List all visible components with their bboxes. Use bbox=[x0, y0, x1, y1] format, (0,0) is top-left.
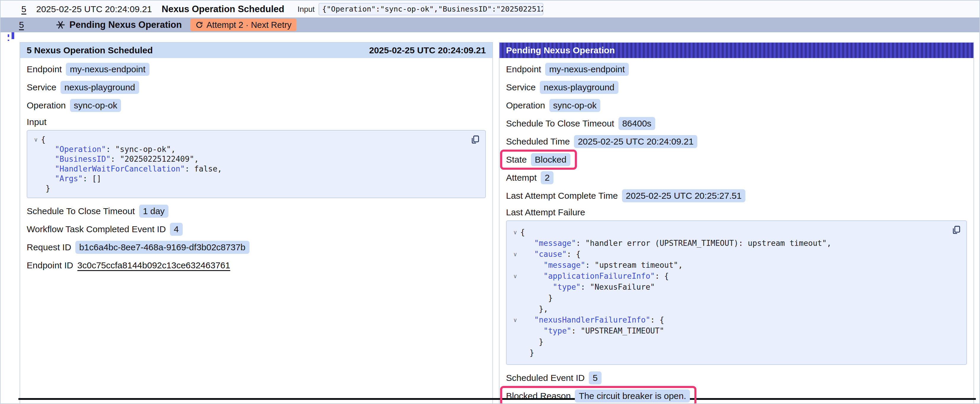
code-line-text: "BusinessID": "20250225122409", bbox=[41, 154, 199, 164]
field-label: Schedule To Close Timeout bbox=[506, 119, 614, 128]
code-gutter bbox=[510, 304, 520, 315]
blocked-reason-highlight-annotation: Blocked Reason The circuit breaker is op… bbox=[500, 386, 697, 404]
field-label: State bbox=[506, 155, 527, 165]
code-line-text: "message": "handler error (UPSTREAM_TIME… bbox=[520, 238, 831, 249]
code-line-text: "applicationFailureInfo": { bbox=[520, 271, 669, 282]
field-request-id: Request ID b1c6a4bc-8ee7-468a-9169-df3b0… bbox=[27, 241, 486, 254]
field-label: Endpoint ID bbox=[27, 260, 73, 271]
field-value-pill: 2025-02-25 UTC 20:25:27.51 bbox=[622, 189, 745, 202]
code-line-text: "HandlerWaitForCancellation": false, bbox=[41, 164, 222, 174]
endpoint-id-link[interactable]: 3c0c75ccfa8144b092c13ce632463761 bbox=[77, 260, 230, 271]
code-gutter bbox=[31, 184, 41, 193]
field-label: Operation bbox=[506, 100, 545, 111]
field-value-pill: 2 bbox=[541, 171, 554, 184]
code-line-text: { bbox=[520, 227, 525, 238]
collapse-toggle-icon[interactable]: ∨ bbox=[510, 271, 520, 282]
field-schedule-to-close-timeout: Schedule To Close Timeout 86400s bbox=[506, 117, 967, 130]
field-attempt: Attempt 2 bbox=[506, 171, 967, 184]
retry-attempt-badge: Attempt 2 · Next Retry bbox=[191, 19, 296, 31]
retry-icon bbox=[195, 21, 204, 29]
last-attempt-failure-label: Last Attempt Failure bbox=[506, 208, 967, 217]
copy-icon[interactable] bbox=[470, 134, 480, 146]
right-panel-header-striped: Pending Nexus Operation bbox=[500, 43, 974, 58]
field-operation: Operation sync-op-ok bbox=[27, 99, 486, 112]
code-line-text: "Operation": "sync-op-ok", bbox=[41, 144, 176, 154]
event-title: Pending Nexus Operation bbox=[69, 19, 182, 30]
event-title: Nexus Operation Scheduled bbox=[162, 4, 284, 14]
code-line-text: } bbox=[520, 293, 553, 304]
retry-badge-label: Attempt 2 · Next Retry bbox=[207, 20, 291, 30]
field-value-pill: nexus-playground bbox=[540, 81, 619, 94]
field-label: Scheduled Event ID bbox=[506, 373, 585, 383]
state-highlight-annotation: State Blocked bbox=[500, 150, 577, 170]
field-label: Attempt bbox=[506, 173, 536, 183]
code-gutter bbox=[510, 347, 520, 358]
field-endpoint: Endpoint my-nexus-endpoint bbox=[506, 63, 967, 76]
state-value-pill: Blocked bbox=[531, 153, 570, 166]
code-gutter bbox=[510, 293, 520, 304]
left-panel-timestamp: 2025-02-25 UTC 20:24:09.21 bbox=[369, 45, 486, 55]
field-label: Service bbox=[27, 82, 56, 92]
code-line-text: { bbox=[41, 135, 46, 144]
field-value-pill: 86400s bbox=[619, 117, 655, 130]
code-gutter bbox=[31, 174, 41, 184]
code-line-text: } bbox=[520, 347, 534, 358]
copy-icon[interactable] bbox=[951, 225, 962, 236]
temporal-event-history-view: 5 2025-02-25 UTC 20:24:09.21 Nexus Opera… bbox=[0, 0, 980, 404]
field-value-pill: nexus-playground bbox=[60, 81, 139, 94]
field-state: State Blocked bbox=[506, 153, 570, 166]
code-gutter bbox=[510, 325, 520, 336]
field-label: Scheduled Time bbox=[506, 136, 570, 147]
field-value-pill: 1 day bbox=[139, 205, 169, 218]
field-workflow-task-completed-event-id: Workflow Task Completed Event ID 4 bbox=[27, 223, 486, 236]
code-gutter bbox=[31, 164, 41, 174]
field-label: Schedule To Close Timeout bbox=[27, 206, 135, 216]
collapse-toggle-icon[interactable]: ∨ bbox=[31, 135, 41, 144]
field-operation: Operation sync-op-ok bbox=[506, 99, 967, 112]
input-json-viewer: ∨{ "Operation": "sync-op-ok", "BusinessI… bbox=[27, 130, 486, 198]
code-line-text: "cause": { bbox=[520, 249, 581, 260]
collapse-toggle-icon[interactable]: ∨ bbox=[510, 249, 520, 260]
event-row-nexus-operation-scheduled[interactable]: 5 2025-02-25 UTC 20:24:09.21 Nexus Opera… bbox=[1, 1, 979, 17]
pending-operation-detail-panel: Pending Nexus Operation Endpoint my-nexu… bbox=[499, 42, 974, 404]
field-label: Service bbox=[506, 82, 536, 92]
left-panel-title: 5 Nexus Operation Scheduled bbox=[27, 45, 153, 55]
event-id-link[interactable]: 5 bbox=[21, 4, 26, 14]
field-service: Service nexus-playground bbox=[27, 81, 486, 94]
event-id-link[interactable]: 5 bbox=[19, 20, 24, 30]
field-value-pill: my-nexus-endpoint bbox=[545, 63, 628, 76]
code-gutter bbox=[31, 144, 41, 154]
field-service: Service nexus-playground bbox=[506, 81, 967, 94]
right-panel-title: Pending Nexus Operation bbox=[506, 45, 615, 55]
code-line-text: }, bbox=[520, 304, 548, 315]
code-line-text: "type": "UPSTREAM_TIMEOUT" bbox=[520, 325, 664, 336]
field-label: Request ID bbox=[27, 242, 71, 252]
failure-json-viewer: ∨{ "message": "handler error (UPSTREAM_T… bbox=[506, 220, 967, 365]
event-input-label: Input bbox=[298, 5, 315, 14]
collapse-toggle-icon[interactable]: ∨ bbox=[510, 315, 520, 325]
field-scheduled-time: Scheduled Time 2025-02-25 UTC 20:24:09.2… bbox=[506, 135, 967, 148]
field-label: Blocked Reason bbox=[506, 391, 571, 401]
pending-asterisk-icon bbox=[56, 20, 65, 30]
event-row-pending-nexus-operation[interactable]: 5 Pending Nexus Operation Attempt 2 · Ne… bbox=[1, 17, 979, 32]
field-value-pill: sync-op-ok bbox=[70, 99, 121, 112]
code-gutter bbox=[510, 238, 520, 249]
left-panel-header: 5 Nexus Operation Scheduled 2025-02-25 U… bbox=[20, 43, 492, 58]
event-timestamp: 2025-02-25 UTC 20:24:09.21 bbox=[36, 4, 152, 14]
code-gutter bbox=[510, 282, 520, 293]
code-line-text: "nexusHandlerFailureInfo": { bbox=[520, 315, 664, 325]
field-value-pill: 5 bbox=[589, 371, 601, 385]
field-value-pill: sync-op-ok bbox=[549, 99, 601, 112]
field-endpoint: Endpoint my-nexus-endpoint bbox=[27, 63, 486, 76]
field-value-pill: 2025-02-25 UTC 20:24:09.21 bbox=[574, 135, 697, 148]
code-line-text: } bbox=[520, 336, 543, 347]
code-gutter bbox=[510, 260, 520, 271]
field-value-pill: b1c6a4bc-8ee7-468a-9169-df3b02c8737b bbox=[75, 241, 249, 254]
input-section-label: Input bbox=[27, 117, 486, 127]
code-line-text: } bbox=[41, 184, 50, 193]
code-line-text: "Args": [] bbox=[41, 174, 102, 184]
blocked-reason-value-pill: The circuit breaker is open. bbox=[575, 390, 690, 402]
collapse-toggle-icon[interactable]: ∨ bbox=[510, 227, 520, 238]
field-label: Last Attempt Complete Time bbox=[506, 191, 618, 201]
event-input-preview: {"Operation":"sync-op-ok","BusinessID":"… bbox=[318, 3, 543, 16]
